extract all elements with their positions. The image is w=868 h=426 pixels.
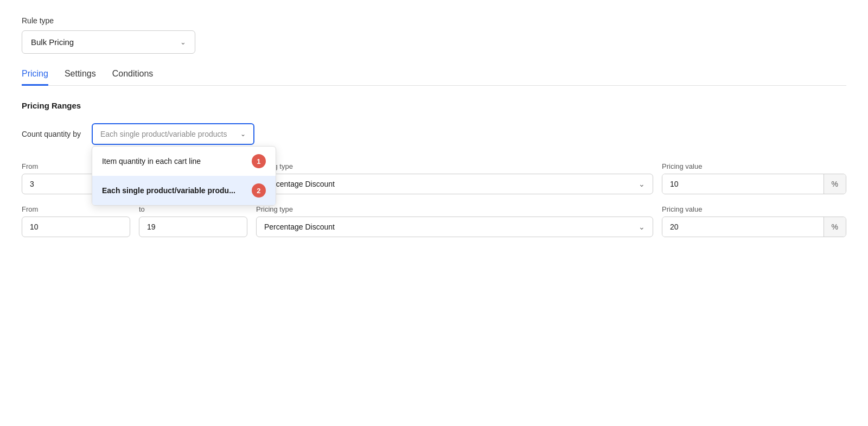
from-field-2: From <box>22 205 130 237</box>
pricing-value-suffix-1: % <box>824 174 846 194</box>
count-quantity-row: Count quantity by Each single product/va… <box>22 123 846 145</box>
pricing-type-label-1: Pricing type <box>256 162 653 170</box>
pricing-ranges-title: Pricing Ranges <box>22 101 846 110</box>
badge-2: 2 <box>252 183 266 198</box>
count-quantity-placeholder: Each single product/variable products <box>100 130 227 138</box>
pricing-value-label-1: Pricing value <box>662 162 846 170</box>
pricing-value-wrapper-1: % <box>662 174 846 194</box>
count-quantity-label: Count quantity by <box>22 130 81 138</box>
dropdown-item-single-product[interactable]: Each single product/variable produ... 2 <box>92 176 276 205</box>
dropdown-item-cart-line[interactable]: Item quantity in each cart line 1 <box>92 147 276 176</box>
pricing-value-field-1: Pricing value % <box>662 162 846 194</box>
chevron-down-icon: ⌄ <box>639 180 645 188</box>
pricing-type-field-1: Pricing type Percentage Discount ⌄ <box>256 162 653 194</box>
badge-1: 1 <box>252 154 266 168</box>
dropdown-option-label: Item quantity in each cart line <box>102 157 201 166</box>
to-field-2: to <box>139 205 247 237</box>
pricing-value-label-2: Pricing value <box>662 205 846 213</box>
tab-pricing[interactable]: Pricing <box>22 69 48 86</box>
chevron-down-icon: ⌄ <box>180 38 186 46</box>
pricing-type-select-2[interactable]: Percentage Discount ⌄ <box>256 217 653 237</box>
dropdown-option-label: Each single product/variable produ... <box>102 186 235 195</box>
rule-type-select[interactable]: Bulk Pricing ⌄ <box>22 30 195 54</box>
to-input-2[interactable] <box>139 217 247 237</box>
count-quantity-trigger[interactable]: Each single product/variable products ⌄ <box>92 123 254 145</box>
pricing-value-suffix-2: % <box>824 217 846 237</box>
count-quantity-dropdown-menu: Item quantity in each cart line 1 Each s… <box>92 146 276 206</box>
pricing-value-wrapper-2: % <box>662 217 846 237</box>
from-label-2: From <box>22 205 130 213</box>
rule-type-value: Bulk Pricing <box>31 37 74 47</box>
from-input-2[interactable] <box>22 217 130 237</box>
pricing-type-value-2: Percentage Discount <box>264 222 335 231</box>
pricing-value-input-1[interactable] <box>662 174 824 194</box>
pricing-value-input-2[interactable] <box>662 217 824 237</box>
pricing-type-label-2: Pricing type <box>256 205 653 213</box>
tab-conditions[interactable]: Conditions <box>112 69 154 86</box>
to-label-2: to <box>139 205 247 213</box>
tabs-bar: Pricing Settings Conditions <box>22 69 846 86</box>
count-quantity-dropdown-wrapper: Each single product/variable products ⌄ … <box>92 123 254 145</box>
pricing-type-field-2: Pricing type Percentage Discount ⌄ <box>256 205 653 237</box>
tab-settings[interactable]: Settings <box>65 69 96 86</box>
pricing-value-field-2: Pricing value % <box>662 205 846 237</box>
rule-type-label: Rule type <box>22 16 846 25</box>
chevron-down-icon: ⌄ <box>639 222 645 231</box>
chevron-down-icon: ⌄ <box>240 130 246 138</box>
pricing-type-select-1[interactable]: Percentage Discount ⌄ <box>256 174 653 194</box>
